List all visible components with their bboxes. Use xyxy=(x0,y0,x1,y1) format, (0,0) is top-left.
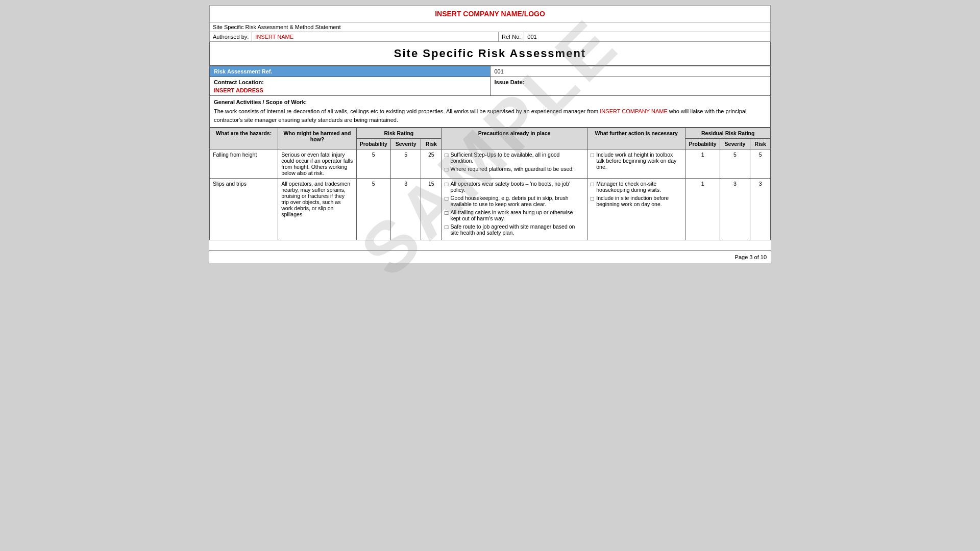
res-risk-cell: 3 xyxy=(750,179,771,240)
further-action-item: Include in site induction before beginni… xyxy=(591,195,682,207)
site-spec-text: Site Specific Risk Assessment & Method S… xyxy=(213,24,341,30)
th-sev: Severity xyxy=(390,139,421,149)
res-prob-cell: 1 xyxy=(685,149,720,179)
hazard-cell: Falling from height xyxy=(210,149,278,179)
page-footer: Page 3 of 10 xyxy=(209,251,771,263)
main-title: Site Specific Risk Assessment xyxy=(215,47,765,60)
site-spec-cell: Site Specific Risk Assessment & Method S… xyxy=(210,22,770,32)
header-info-row: Site Specific Risk Assessment & Method S… xyxy=(210,22,770,32)
ra-info-table: Risk Assessment Ref. 001 Contract Locati… xyxy=(209,66,771,96)
company-name-box: INSERT COMPANY NAME/LOGO xyxy=(210,6,770,22)
precaution-item: Safe route to job agreed with site manag… xyxy=(445,223,584,236)
precaution-item: All trailing cables in work area hung up… xyxy=(445,209,584,221)
precaution-item: All operators wear safety boots – 'no bo… xyxy=(445,181,584,193)
th-risk: Risk xyxy=(421,139,442,149)
title-section: Site Specific Risk Assessment xyxy=(209,42,771,66)
sev-cell: 5 xyxy=(390,149,421,179)
precautions-cell: All operators wear safety boots – 'no bo… xyxy=(442,179,587,240)
res-sev-cell: 3 xyxy=(720,179,750,240)
ra-ref-header: Risk Assessment Ref. xyxy=(210,66,491,77)
table-row: Falling from heightSerious or even fatal… xyxy=(210,149,771,179)
risk-cell: 25 xyxy=(421,149,442,179)
th-res-prob: Probability xyxy=(685,139,720,149)
th-hazard: What are the hazards: xyxy=(210,128,278,149)
further-action-cell: Manager to check on-site housekeeping du… xyxy=(587,179,685,240)
prob-cell: 5 xyxy=(356,149,390,179)
header-section: INSERT COMPANY NAME/LOGO Site Specific R… xyxy=(209,5,771,42)
insert-address: INSERT ADDRESS xyxy=(214,85,486,93)
th-further: What further action is necessary xyxy=(587,128,685,149)
res-prob-cell: 1 xyxy=(685,179,720,240)
prob-cell: 5 xyxy=(356,179,390,240)
ref-label: Ref No: xyxy=(499,32,524,41)
contract-location-cell: Contract Location: INSERT ADDRESS xyxy=(210,77,491,96)
who-cell: Serious or even fatal injury could occur… xyxy=(278,149,356,179)
scope-section: General Activities / Scope of Work: The … xyxy=(209,96,771,128)
th-risk-rating: Risk Rating xyxy=(356,128,442,139)
issue-date-label: Issue Date: xyxy=(495,79,767,85)
sev-cell: 3 xyxy=(390,179,421,240)
th-residual: Residual Risk Rating xyxy=(685,128,771,139)
page-number: Page 3 of 10 xyxy=(213,254,767,260)
scope-text-plain: The work consists of internal re-decorat… xyxy=(214,108,600,114)
precautions-cell: Sufficient Step-Ups to be available, all… xyxy=(442,149,587,179)
further-action-item: Include work at height in toolbox talk b… xyxy=(591,152,682,170)
scope-title: General Activities / Scope of Work: xyxy=(214,99,766,105)
th-res-risk: Risk xyxy=(750,139,771,149)
scope-insert: INSERT COMPANY NAME xyxy=(600,108,667,114)
contract-location-label: Contract Location: xyxy=(214,79,486,85)
precaution-item: Where required platforms, with guardrail… xyxy=(445,166,584,173)
further-action-item: Manager to check on-site housekeeping du… xyxy=(591,181,682,193)
res-risk-cell: 5 xyxy=(750,149,771,179)
ra-ref-value: 001 xyxy=(490,66,771,77)
auth-row: Authorised by: INSERT NAME Ref No: 001 xyxy=(210,32,770,41)
th-who: Who might be harmed and how? xyxy=(278,128,356,149)
risk-cell: 15 xyxy=(421,179,442,240)
risk-table: What are the hazards: Who might be harme… xyxy=(209,128,771,240)
precaution-item: Sufficient Step-Ups to be available, all… xyxy=(445,152,584,164)
who-cell: All operators, and tradesmen nearby, may… xyxy=(278,179,356,240)
ref-no: 001 xyxy=(524,32,770,41)
auth-name: INSERT NAME xyxy=(252,32,499,41)
issue-date-cell: Issue Date: xyxy=(490,77,771,96)
further-action-cell: Include work at height in toolbox talk b… xyxy=(587,149,685,179)
company-name: INSERT COMPANY NAME/LOGO xyxy=(435,10,545,18)
hazard-cell: Slips and trips xyxy=(210,179,278,240)
scope-text: The work consists of internal re-decorat… xyxy=(214,107,766,124)
th-prob: Probability xyxy=(356,139,390,149)
th-precautions: Precautions already in place xyxy=(442,128,587,149)
page-wrapper: SAMPLE INSERT COMPANY NAME/LOGO Site Spe… xyxy=(0,0,980,551)
auth-label: Authorised by: xyxy=(210,32,252,41)
document: SAMPLE INSERT COMPANY NAME/LOGO Site Spe… xyxy=(209,5,771,263)
res-sev-cell: 5 xyxy=(720,149,750,179)
precaution-item: Good housekeeping, e.g. debris put in sk… xyxy=(445,195,584,207)
th-res-sev: Severity xyxy=(720,139,750,149)
table-row: Slips and tripsAll operators, and trades… xyxy=(210,179,771,240)
